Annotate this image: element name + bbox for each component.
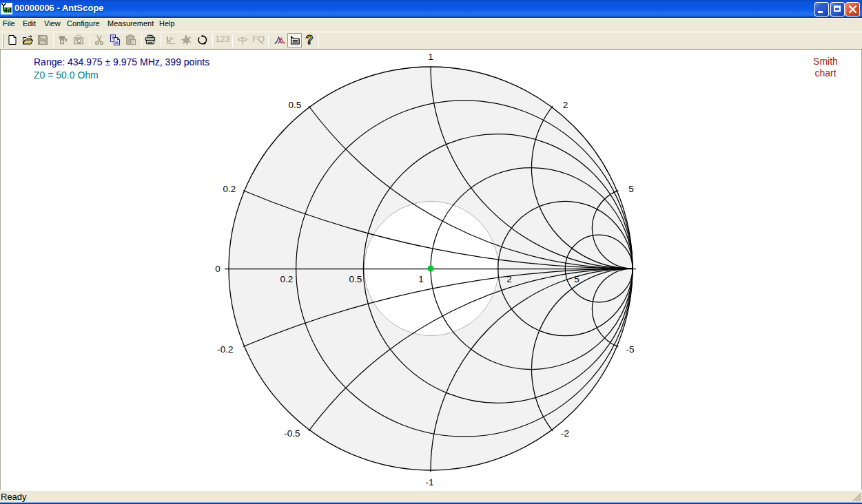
svg-text:-0.2: -0.2 — [217, 344, 233, 355]
svg-text:0.2: 0.2 — [223, 184, 236, 194]
svg-text:1: 1 — [418, 274, 424, 284]
svg-text:0: 0 — [215, 264, 220, 274]
svg-text:-5: -5 — [626, 344, 635, 355]
svg-text:2: 2 — [563, 100, 568, 110]
svg-text:2: 2 — [506, 274, 512, 284]
svg-text:0.2: 0.2 — [280, 274, 294, 284]
svg-text:1: 1 — [428, 52, 433, 62]
svg-text:?: ? — [306, 34, 314, 46]
svg-text:0.5: 0.5 — [289, 100, 302, 110]
svg-text:5: 5 — [574, 274, 579, 284]
svg-text:5: 5 — [628, 184, 634, 194]
svg-text:-1: -1 — [425, 477, 433, 487]
svg-text:0.5: 0.5 — [349, 274, 362, 284]
svg-text:-0.5: -0.5 — [284, 428, 300, 439]
svg-text:-2: -2 — [561, 428, 569, 439]
